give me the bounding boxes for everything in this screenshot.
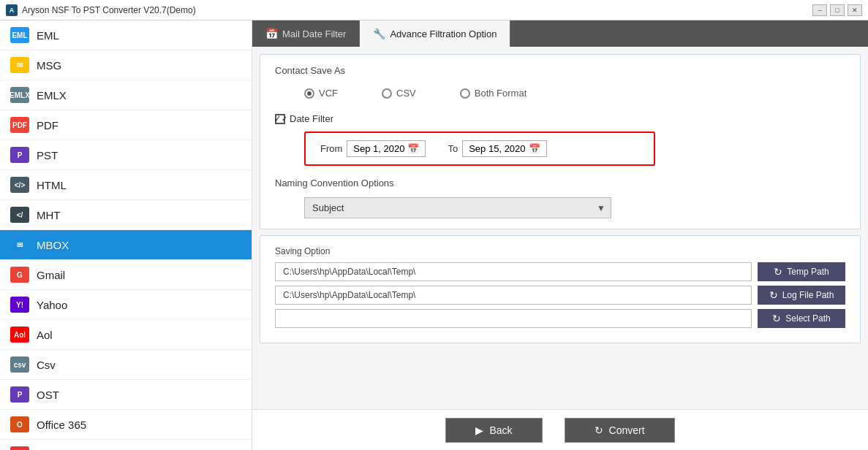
sidebar-icon-hotmail: ✉ — [10, 446, 29, 450]
bottom-bar: ▶ Back ↻ Convert — [252, 409, 868, 450]
tab-label-advance-filtration: Advance Filtration Option — [390, 28, 497, 39]
temp-path-input[interactable] — [275, 262, 752, 281]
restore-button[interactable]: □ — [830, 4, 845, 16]
sidebar-icon-mht: </ — [10, 207, 29, 223]
sidebar-item-mht[interactable]: </MHT — [0, 200, 252, 230]
date-range-box: From Sep 1, 2020 📅 To Sep 15, 2020 📅 — [304, 131, 655, 166]
sidebar-item-pdf[interactable]: PDFPDF — [0, 110, 252, 140]
sidebar-item-html[interactable]: </>HTML — [0, 170, 252, 200]
title-bar-left: A Aryson NSF To PST Converter V20.7(Demo… — [6, 4, 196, 16]
sidebar-label-yahoo: Yahoo — [37, 299, 67, 311]
radio-vcf[interactable]: VCF — [304, 88, 338, 99]
app-logo: A — [6, 4, 18, 16]
minimize-button[interactable]: – — [812, 4, 827, 16]
log-file-path-button[interactable]: ↻ Log File Path — [758, 286, 845, 305]
sidebar-item-aol[interactable]: AolAol — [0, 320, 252, 350]
sidebar-icon-csv: csv — [10, 356, 29, 373]
to-date-value: Sep 15, 2020 — [469, 143, 525, 154]
tabs-bar: 📅Mail Date Filter🔧Advance Filtration Opt… — [252, 20, 868, 47]
sidebar-item-hotmail[interactable]: ✉HotMail — [0, 440, 252, 450]
saving-option-card: Saving Option ↻ Temp Path ↻ Log File Pat… — [260, 235, 861, 343]
sidebar-label-gmail: Gmail — [37, 269, 65, 281]
select-path-button[interactable]: ↻ Select Path — [758, 309, 845, 328]
radio-both-label: Both Format — [475, 88, 527, 99]
naming-convention-title: Naming Convention Options — [275, 178, 845, 188]
sidebar-item-gmail[interactable]: GGmail — [0, 260, 252, 290]
from-date-field: From Sep 1, 2020 📅 — [320, 140, 426, 157]
radio-both-circle — [460, 88, 470, 99]
sidebar: EMLEML✉MSGEMLXEMLXPDFPDFPPST</>HTML</MHT… — [0, 20, 252, 450]
radio-vcf-circle — [304, 88, 314, 99]
tab-icon-mail-date-filter: 📅 — [265, 28, 278, 39]
log-path-icon: ↻ — [769, 289, 778, 301]
tab-mail-date-filter[interactable]: 📅Mail Date Filter — [252, 20, 360, 47]
title-bar: A Aryson NSF To PST Converter V20.7(Demo… — [0, 0, 868, 20]
date-filter-checkbox[interactable]: ✓ Date Filter — [275, 113, 845, 124]
radio-csv-circle — [382, 88, 392, 99]
select-path-input[interactable] — [275, 309, 752, 328]
close-button[interactable]: ✕ — [848, 4, 862, 16]
from-date-input[interactable]: Sep 1, 2020 📅 — [347, 140, 426, 157]
from-label: From — [320, 143, 342, 154]
back-icon: ▶ — [475, 424, 483, 436]
sidebar-label-csv: Csv — [37, 359, 56, 371]
sidebar-item-msg[interactable]: ✉MSG — [0, 50, 252, 80]
sidebar-icon-pst: P — [10, 147, 29, 163]
log-file-path-input[interactable] — [275, 286, 752, 305]
convert-icon: ↻ — [595, 424, 603, 436]
saving-option-title: Saving Option — [275, 246, 845, 256]
sidebar-item-mbox[interactable]: ✉MBOX — [0, 230, 252, 260]
back-button[interactable]: ▶ Back — [445, 418, 542, 443]
sidebar-item-office365[interactable]: OOffice 365 — [0, 410, 252, 440]
sidebar-icon-mbox: ✉ — [10, 237, 29, 253]
temp-path-row: ↻ Temp Path — [275, 262, 845, 281]
sidebar-icon-office365: O — [10, 416, 29, 432]
sidebar-label-aol: Aol — [37, 329, 53, 341]
tab-label-mail-date-filter: Mail Date Filter — [282, 28, 346, 39]
sidebar-icon-emlx: EMLX — [10, 87, 29, 103]
sidebar-label-mbox: MBOX — [37, 239, 69, 251]
sidebar-item-yahoo[interactable]: Y!Yahoo — [0, 290, 252, 320]
sidebar-item-emlx[interactable]: EMLXEMLX — [0, 80, 252, 110]
radio-csv[interactable]: CSV — [382, 88, 416, 99]
sidebar-icon-html: </> — [10, 177, 29, 193]
naming-convention-section: Naming Convention Options SubjectDateFro… — [275, 178, 845, 218]
to-date-field: To Sep 15, 2020 📅 — [448, 140, 546, 157]
sidebar-label-pdf: PDF — [37, 119, 59, 131]
tab-icon-advance-filtration: 🔧 — [373, 28, 385, 39]
to-label: To — [448, 143, 458, 154]
date-filter-check-box[interactable]: ✓ — [275, 114, 285, 124]
right-panel: 📅Mail Date Filter🔧Advance Filtration Opt… — [252, 20, 868, 450]
select-path-row: ↻ Select Path — [275, 309, 845, 328]
back-label: Back — [489, 424, 512, 436]
app-body: EMLEML✉MSGEMLXEMLXPDFPDFPPST</>HTML</MHT… — [0, 20, 868, 450]
from-date-value: Sep 1, 2020 — [353, 143, 404, 154]
sidebar-label-office365: Office 365 — [37, 419, 86, 431]
convert-button[interactable]: ↻ Convert — [565, 418, 675, 443]
contact-date-card: Contact Save As VCF CSV Both Format — [260, 54, 861, 229]
radio-csv-label: CSV — [396, 88, 416, 99]
tab-advance-filtration[interactable]: 🔧Advance Filtration Option — [360, 20, 510, 47]
to-date-input[interactable]: Sep 15, 2020 📅 — [462, 140, 546, 157]
sidebar-item-pst[interactable]: PPST — [0, 140, 252, 170]
from-calendar-icon[interactable]: 📅 — [407, 143, 419, 154]
radio-both[interactable]: Both Format — [460, 88, 527, 99]
sidebar-label-mht: MHT — [37, 209, 61, 221]
sidebar-icon-gmail: G — [10, 267, 29, 283]
sidebar-label-msg: MSG — [37, 59, 61, 72]
sidebar-icon-eml: EML — [10, 27, 29, 43]
to-calendar-icon[interactable]: 📅 — [529, 143, 540, 154]
naming-select-wrapper: SubjectDateFromTo ▼ — [304, 197, 611, 218]
contact-radio-group: VCF CSV Both Format — [275, 85, 845, 102]
temp-path-button[interactable]: ↻ Temp Path — [758, 262, 845, 281]
sidebar-item-csv[interactable]: csvCsv — [0, 350, 252, 380]
sidebar-icon-msg: ✉ — [10, 57, 29, 73]
sidebar-item-ost[interactable]: POST — [0, 380, 252, 410]
temp-path-icon: ↻ — [774, 266, 782, 278]
convert-label: Convert — [609, 424, 645, 436]
sidebar-icon-ost: P — [10, 386, 29, 403]
naming-convention-select[interactable]: SubjectDateFromTo — [304, 197, 611, 218]
date-filter-label: Date Filter — [290, 113, 333, 124]
sidebar-label-html: HTML — [37, 179, 67, 191]
sidebar-item-eml[interactable]: EMLEML — [0, 20, 252, 50]
